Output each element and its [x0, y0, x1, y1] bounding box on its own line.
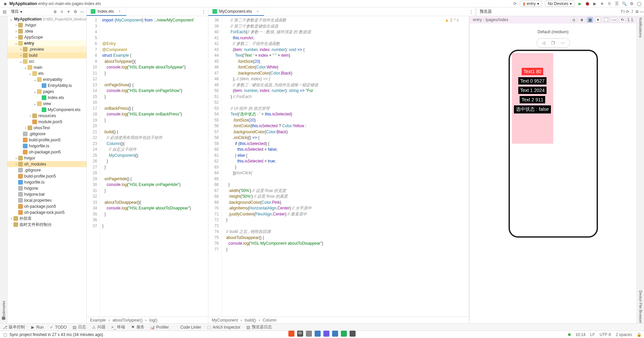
code-line[interactable]: // 第二个参数是子组件生成函数 [224, 17, 467, 23]
code-line[interactable]: console.log("HSL Example onPageHide") [102, 182, 206, 188]
debug-icon[interactable]: 🐞 [585, 1, 590, 6]
rail-notifications[interactable]: Notifications [639, 17, 643, 38]
preview-text[interactable]: Text 1 2024 [518, 87, 547, 94]
code-line[interactable]: }, // (item, index) => { [224, 76, 467, 82]
rail-bookmarks[interactable]: Bookmarks [2, 301, 6, 319]
breadcrumb-item[interactable]: main [55, 1, 64, 6]
prev-inspect-icon[interactable]: ◎ [571, 17, 577, 22]
tree-row[interactable]: Index.ets [7, 95, 86, 101]
tree-row[interactable]: MyComponent.ets [7, 107, 86, 113]
breadcrumb-item[interactable]: pages [72, 1, 83, 6]
indent[interactable]: 2 spaces [616, 332, 632, 337]
bottom-tool-ArkUI Inspector[interactable]: ⬚ArkUI Inspector [207, 325, 241, 330]
code-line[interactable]: // 参数三 : 键值生成器, 为组件生成唯一稳定键值 [224, 82, 467, 88]
tray-icon[interactable] [341, 331, 347, 337]
bottom-tool-Profiler[interactable]: 📊Profiler [150, 325, 169, 330]
preview-text[interactable]: Text1 80 [522, 68, 544, 75]
refresh-icon[interactable]: ⟳ [625, 9, 630, 14]
tree-row[interactable]: ›oh_modules [7, 161, 86, 167]
breadcrumb-item[interactable]: MyApplication [9, 1, 37, 6]
code-line[interactable] [224, 176, 467, 182]
tree-row[interactable]: ›外部库 [7, 215, 86, 222]
code-line[interactable]: this.isSelected = true; [224, 158, 467, 164]
bottom-tool-预览器日志[interactable]: ▤预览器日志 [246, 324, 272, 330]
encoding[interactable]: UTF-8 [600, 332, 611, 337]
preview-text[interactable]: Text 2 911 [520, 96, 546, 103]
code-line[interactable]: build() { [102, 129, 206, 135]
tab-menu-icon[interactable]: ⋮ [469, 9, 474, 14]
gear-icon[interactable]: ⚙ [635, 9, 639, 14]
code-line[interactable] [102, 35, 206, 41]
code-line[interactable]: .height('50%') // 设置 Row 的高度 [224, 194, 467, 200]
tree-row[interactable]: ›ohosTest [7, 125, 86, 131]
prev-tree-icon[interactable]: ≣ [579, 17, 585, 22]
tree-row[interactable]: hvigorfile.ts [7, 179, 86, 185]
tray-icon[interactable] [315, 331, 321, 337]
hide-icon[interactable]: — [80, 9, 84, 14]
code-line[interactable] [224, 100, 467, 106]
code-line[interactable]: } [224, 182, 467, 188]
code-line[interactable]: // build 之后 , 销毁前回调 [224, 229, 467, 235]
tab-menu-icon[interactable]: ⋮ [201, 9, 206, 14]
tree-row[interactable]: ⌄ets [7, 70, 86, 77]
bottom-tool-终端[interactable]: >_终端 [111, 324, 125, 330]
code-line[interactable]: .backgroundColor(Color.Pink) [224, 200, 467, 206]
code-line[interactable]: } [102, 117, 206, 124]
code-line[interactable]: } [102, 223, 206, 229]
close-icon[interactable]: × [255, 9, 260, 14]
editor-crumb-left[interactable]: Example› aboutToAppear()› log() [87, 317, 208, 323]
bottom-tool-Run[interactable]: ▶Run [30, 325, 44, 330]
tree-row[interactable]: ›hvigor [7, 155, 86, 161]
expand-icon[interactable]: ✶ [66, 9, 71, 14]
breadcrumb-item[interactable]: ets [66, 1, 71, 6]
code-line[interactable]: console.log("HSL Example onBackPress") [102, 111, 206, 117]
bottom-tool-TODO[interactable]: ✓TODO [49, 325, 67, 330]
format-icon[interactable]: Tт [620, 9, 625, 14]
code-line[interactable] [102, 100, 206, 106]
avatar-icon[interactable]: ◯ [637, 1, 641, 6]
prev-rotate-icon[interactable]: ⟲ [619, 17, 625, 22]
collapse-icon[interactable]: ≡ [59, 9, 64, 14]
bottom-tool-服务[interactable]: ⚑服务 [130, 324, 145, 330]
code-line[interactable]: ) // ForEach [224, 94, 467, 100]
code-line[interactable]: if (this.isSelected) { [224, 141, 467, 147]
code-line[interactable] [102, 29, 206, 35]
code-line[interactable]: console.log("HSL Example aboutToDisappea… [102, 205, 206, 211]
code-line[interactable]: .width('50%') // 设置 Row 的宽度 [224, 188, 467, 194]
tree-row[interactable]: EntryAbility.ts [7, 83, 86, 89]
rotate-icon[interactable]: ⤴ [630, 9, 635, 14]
breadcrumb-item[interactable]: Index.ets [84, 1, 101, 6]
prev-dropdown[interactable]: ▾ [595, 17, 601, 22]
project-tool-icon[interactable]: ▤ [2, 9, 7, 14]
prev-scale-icon[interactable]: 1:1 [627, 17, 633, 22]
breadcrumb-item[interactable]: src [49, 1, 54, 6]
code-line[interactable]: } [102, 70, 206, 77]
tree-row[interactable]: module.json5 [7, 119, 86, 125]
status-icon[interactable]: ▢ [3, 332, 7, 337]
code-line[interactable]: .backgroundColor(Color.Black) [224, 129, 467, 135]
tree-row[interactable]: build-profile.json5 [7, 137, 86, 143]
code-line[interactable]: aboutToAppear(){ [102, 59, 206, 65]
code-line[interactable]: aboutToDisappear(){ [102, 200, 206, 206]
code-line[interactable]: })//onClick( [224, 170, 467, 176]
target-icon[interactable]: ⊕ [53, 9, 57, 14]
bottom-tool-Code Linter[interactable]: Code Linter [174, 325, 201, 330]
tree-row[interactable]: ›AppScope [7, 34, 86, 40]
code-line[interactable]: this.numArr, [224, 35, 467, 41]
stop-icon[interactable]: ■ [600, 1, 604, 6]
sync-icon[interactable]: ⟳ [513, 1, 517, 6]
code-line[interactable]: @Component [102, 47, 206, 53]
code-line[interactable]: .backgroundColor(Color.Black) [224, 70, 467, 77]
code-line[interactable]: .justifyContent(FlexAlign.Center) // 垂直居… [224, 211, 467, 218]
rail-device-browser[interactable]: Device File Browser [639, 290, 643, 323]
code-line[interactable]: } [224, 164, 467, 171]
tray-app[interactable] [288, 331, 294, 337]
tree-row[interactable]: ⌄entryability [7, 77, 86, 83]
more-icon[interactable]: ⋯ [560, 40, 566, 46]
tray-icon[interactable] [323, 331, 329, 337]
back-icon[interactable]: ◁ [541, 40, 547, 46]
code-line[interactable]: onBackPress() { [102, 106, 206, 112]
tree-row[interactable]: ⌄main [7, 64, 86, 70]
code-line[interactable]: // 自定义子组件 [102, 147, 206, 153]
copy-icon[interactable]: ❐ [550, 40, 556, 46]
